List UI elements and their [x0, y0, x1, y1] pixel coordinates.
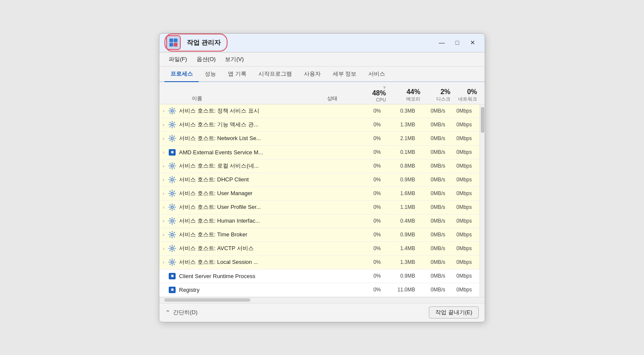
- app-icon: [166, 35, 181, 50]
- gear-icon: [168, 244, 176, 253]
- title-button[interactable]: 작업 관리자: [164, 34, 228, 52]
- process-disk: 0MB/s: [419, 149, 450, 155]
- tab-시작프로그램[interactable]: 시작프로그램: [252, 67, 298, 82]
- network-pct: 0%: [467, 88, 477, 96]
- expand-icon[interactable]: ›: [159, 205, 168, 210]
- table-row[interactable]: › 서비스 호스트: User Manager0%1.6MB0MB/s0Mbps: [159, 187, 480, 201]
- expand-icon[interactable]: ›: [159, 232, 168, 237]
- col-header-name[interactable]: 이름: [176, 95, 313, 102]
- table-row[interactable]: ▣Client Server Runtime Process0%0.9MB0MB…: [159, 269, 480, 283]
- process-cpu: 0%: [346, 287, 385, 293]
- process-memory: 1.1MB: [385, 204, 419, 210]
- gear-icon: [168, 162, 176, 170]
- col-header-status[interactable]: 상태: [313, 95, 352, 102]
- scrollbar-thumb: [481, 107, 484, 133]
- expand-icon[interactable]: ›: [159, 163, 168, 168]
- table-row[interactable]: › 서비스 호스트: User Profile Ser...0%1.1MB0MB…: [159, 201, 480, 214]
- tab-프로세스[interactable]: 프로세스: [164, 67, 199, 82]
- col-header-network[interactable]: 0% 네트워크: [455, 88, 485, 102]
- tab-서비스[interactable]: 서비스: [362, 67, 391, 82]
- process-network: 0Mbps: [450, 149, 480, 155]
- table-row[interactable]: › 서비스 호스트: 정책 서비스 표시0%0.3MB0MB/s0Mbps: [159, 104, 480, 118]
- task-manager-window: 작업 관리자 — □ ✕ 파일(F) 옵션(O) 보기(V) 프로세스성능앱 기…: [159, 33, 485, 322]
- table-row[interactable]: › 서비스 호스트: AVCTP 서비스0%1.4MB0MB/s0Mbps: [159, 242, 480, 256]
- table-row[interactable]: ▣Registry0%11.0MB0MB/s0Mbps: [159, 283, 480, 297]
- process-network: 0Mbps: [450, 108, 480, 114]
- box-icon: ▣: [168, 272, 176, 280]
- process-disk: 0MB/s: [419, 190, 450, 196]
- process-network: 0Mbps: [450, 122, 480, 128]
- process-memory: 1.3MB: [385, 122, 419, 128]
- svg-rect-0: [170, 39, 173, 42]
- svg-rect-3: [174, 43, 177, 46]
- window-title: 작업 관리자: [187, 39, 221, 47]
- titlebar: 작업 관리자 — □ ✕: [159, 34, 485, 52]
- svg-rect-2: [170, 43, 173, 46]
- expand-icon[interactable]: ›: [159, 108, 168, 113]
- gear-icon: [168, 134, 176, 143]
- process-cpu: 0%: [346, 135, 385, 141]
- menu-file[interactable]: 파일(F): [164, 54, 191, 64]
- tab-세부 정보[interactable]: 세부 정보: [327, 67, 363, 82]
- maximize-button[interactable]: □: [450, 37, 464, 49]
- tabbar: 프로세스성능앱 기록시작프로그램사용자세부 정보서비스: [159, 67, 485, 82]
- svg-point-14: [171, 192, 173, 195]
- tab-사용자[interactable]: 사용자: [298, 67, 327, 82]
- sort-arrow-icon: ∨: [383, 85, 386, 89]
- table-row[interactable]: › 서비스 호스트: 로컬 서비스(네...0%0.8MB0MB/s0Mbps: [159, 159, 480, 173]
- menu-view[interactable]: 보기(V): [221, 54, 248, 64]
- table-row[interactable]: › 서비스 호스트: Network List Se...0%2.1MB0MB/…: [159, 132, 480, 146]
- expand-icon[interactable]: ›: [159, 246, 168, 251]
- box-icon: ▣: [168, 148, 176, 156]
- expand-icon[interactable]: ›: [159, 260, 168, 265]
- tab-성능[interactable]: 성능: [199, 67, 222, 82]
- cpu-label: CPU: [376, 97, 386, 102]
- menu-options[interactable]: 옵션(O): [192, 54, 220, 64]
- process-name: 서비스 호스트: 로컬 서비스(네...: [179, 162, 308, 170]
- process-disk: 0MB/s: [419, 232, 450, 238]
- svg-rect-1: [174, 39, 177, 42]
- table-row[interactable]: › 서비스 호스트: 기능 액세스 관...0%1.3MB0MB/s0Mbps: [159, 118, 480, 132]
- simplify-button[interactable]: ⌃ 간단히(D): [165, 309, 197, 316]
- col-header-memory[interactable]: 44% 메모리: [390, 88, 425, 102]
- expand-icon[interactable]: ›: [159, 150, 168, 155]
- end-task-button[interactable]: 작업 끝내기(E): [429, 306, 479, 318]
- task-manager-icon: [169, 38, 178, 47]
- expand-icon[interactable]: ›: [159, 122, 168, 127]
- table-row[interactable]: ›▣AMD External Events Service M...0%0.1M…: [159, 146, 480, 159]
- process-network: 0Mbps: [450, 273, 480, 279]
- gear-icon: [168, 120, 176, 129]
- table-row[interactable]: › 서비스 호스트: Time Broker0%0.9MB0MB/s0Mbps: [159, 228, 480, 242]
- expand-icon[interactable]: ›: [159, 218, 168, 223]
- expand-icon[interactable]: ›: [159, 177, 168, 182]
- tab-앱 기록[interactable]: 앱 기록: [222, 67, 252, 82]
- svg-point-16: [171, 206, 173, 208]
- process-network: 0Mbps: [450, 232, 480, 238]
- process-name: 서비스 호스트: 정책 서비스 표시: [179, 107, 308, 115]
- disk-label: 디스크: [436, 96, 450, 102]
- close-button[interactable]: ✕: [466, 37, 480, 49]
- minimize-button[interactable]: —: [435, 37, 449, 49]
- table-rows-wrap: › 서비스 호스트: 정책 서비스 표시0%0.3MB0MB/s0Mbps› 서…: [159, 104, 485, 297]
- col-header-disk[interactable]: 2% 디스크: [425, 88, 455, 102]
- vertical-scrollbar[interactable]: [480, 104, 485, 297]
- expand-icon[interactable]: ›: [159, 136, 168, 141]
- horizontal-scrollbar[interactable]: [159, 297, 485, 303]
- process-cpu: 0%: [346, 232, 385, 238]
- window-controls: — □ ✕: [435, 37, 480, 49]
- table-row[interactable]: › 서비스 호스트: Local Session ...0%1.3MB0MB/s…: [159, 256, 480, 269]
- table-row[interactable]: › 서비스 호스트: Human Interfac...0%0.4MB0MB/s…: [159, 214, 480, 228]
- table-row[interactable]: › 서비스 호스트: DHCP Client0%0.9MB0MB/s0Mbps: [159, 173, 480, 187]
- process-memory: 0.4MB: [385, 218, 419, 224]
- col-header-cpu[interactable]: ∨ 48% CPU: [352, 85, 390, 102]
- svg-point-8: [171, 137, 173, 140]
- table-rows-container: › 서비스 호스트: 정책 서비스 표시0%0.3MB0MB/s0Mbps› 서…: [159, 104, 480, 297]
- process-name: Client Server Runtime Process: [179, 273, 308, 279]
- process-cpu: 0%: [346, 190, 385, 196]
- svg-point-12: [171, 178, 173, 181]
- expand-icon[interactable]: ›: [159, 191, 168, 196]
- process-name: 서비스 호스트: Local Session ...: [179, 258, 308, 266]
- gear-icon: [168, 217, 176, 225]
- footer: ⌃ 간단히(D) 작업 끝내기(E): [159, 303, 485, 322]
- process-network: 0Mbps: [450, 190, 480, 196]
